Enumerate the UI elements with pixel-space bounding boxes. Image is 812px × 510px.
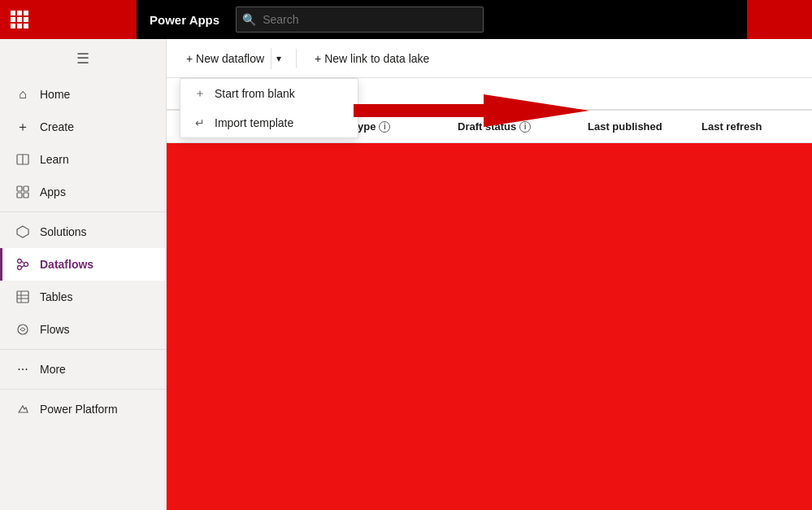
app-title: Power Apps	[150, 13, 219, 27]
solutions-icon	[15, 224, 30, 239]
new-dataflow-button[interactable]: + New dataflow	[180, 47, 271, 70]
new-link-label: + New link to data lake	[315, 52, 429, 65]
sidebar-divider	[0, 211, 166, 212]
svg-point-9	[18, 266, 22, 270]
svg-line-11	[22, 266, 24, 268]
tables-icon	[15, 290, 30, 304]
sidebar-item-learn[interactable]: Learn	[0, 143, 166, 176]
sidebar-item-label: Tables	[40, 290, 72, 303]
svg-point-8	[24, 263, 28, 267]
svg-point-7	[18, 259, 22, 264]
toolbar: + New dataflow ▾ + New link to data lake…	[167, 39, 812, 78]
svg-rect-4	[17, 193, 22, 198]
sidebar-item-flows[interactable]: Flows	[0, 313, 166, 346]
svg-line-10	[22, 261, 24, 264]
sidebar-item-dataflows[interactable]: Dataflows	[0, 248, 166, 281]
apps-icon	[15, 185, 30, 199]
dataflows-icon	[15, 257, 30, 272]
user-avatar[interactable]	[747, 0, 812, 39]
dropdown-menu: ＋ Start from blank ↵ Import template	[180, 78, 358, 138]
svg-marker-6	[17, 226, 28, 238]
sidebar: ☰ ⌂ Home ＋ Create Learn	[0, 39, 167, 510]
sidebar-item-more[interactable]: ··· More	[0, 353, 166, 386]
col-last-refresh: Last refresh	[701, 120, 799, 133]
hamburger-button[interactable]: ☰	[0, 39, 166, 78]
flows-icon	[15, 322, 30, 337]
more-icon: ···	[15, 362, 30, 377]
start-blank-icon: ＋	[193, 87, 206, 100]
sidebar-item-apps[interactable]: Apps	[0, 176, 166, 208]
learn-icon	[15, 152, 30, 167]
sidebar-item-power-platform[interactable]: Power Platform	[0, 393, 166, 425]
sidebar-item-label: Power Platform	[40, 403, 118, 416]
sidebar-divider-3	[0, 389, 166, 390]
waffle-logo[interactable]	[0, 0, 39, 39]
search-input[interactable]	[236, 7, 483, 33]
svg-rect-12	[17, 291, 28, 303]
sidebar-item-label: Create	[40, 120, 74, 133]
main-layout: ☰ ⌂ Home ＋ Create Learn	[0, 39, 812, 510]
col-draft-status: Draft status i	[458, 120, 588, 133]
sidebar-item-label: Home	[40, 88, 70, 101]
dropdown-start-blank[interactable]: ＋ Start from blank	[180, 79, 358, 108]
dropdown-item-label: Start from blank	[215, 87, 295, 100]
sidebar-divider-2	[0, 349, 166, 350]
sidebar-item-label: More	[40, 363, 66, 376]
create-icon: ＋	[15, 120, 30, 134]
new-dataflow-split-button[interactable]: + New dataflow ▾	[180, 47, 286, 70]
import-template-icon: ↵	[193, 116, 206, 129]
svg-rect-5	[24, 193, 28, 198]
sidebar-item-label: Flows	[40, 323, 70, 336]
sidebar-item-label: Dataflows	[40, 258, 93, 271]
sidebar-item-solutions[interactable]: Solutions	[0, 216, 166, 248]
sidebar-item-label: Solutions	[40, 225, 87, 238]
sidebar-item-label: Apps	[40, 185, 66, 198]
dropdown-import-template[interactable]: ↵ Import template	[180, 108, 358, 137]
svg-rect-2	[17, 186, 22, 191]
sidebar-item-create[interactable]: ＋ Create	[0, 111, 166, 143]
brand-logo	[39, 0, 137, 39]
top-bar: Power Apps 🔍	[0, 0, 812, 39]
sidebar-item-home[interactable]: ⌂ Home	[0, 78, 166, 111]
dropdown-item-label: Import template	[215, 116, 293, 129]
search-icon: 🔍	[242, 13, 256, 26]
toolbar-separator	[296, 49, 297, 68]
red-content-area	[167, 143, 812, 510]
waffle-icon	[11, 11, 28, 28]
new-dataflow-caret[interactable]: ▾	[271, 48, 286, 69]
svg-rect-3	[24, 186, 28, 191]
new-link-button[interactable]: + New link to data lake	[306, 47, 437, 70]
content-area: + New dataflow ▾ + New link to data lake…	[167, 39, 812, 510]
new-dataflow-label: + New dataflow	[186, 52, 264, 65]
draft-info-icon[interactable]: i	[519, 121, 531, 133]
sidebar-item-label: Learn	[40, 153, 69, 166]
home-icon: ⌂	[15, 87, 30, 102]
type-info-icon[interactable]: i	[379, 121, 390, 133]
power-platform-icon	[15, 402, 30, 416]
col-last-published: Last published	[588, 120, 701, 133]
svg-point-16	[18, 325, 28, 334]
search-bar[interactable]: 🔍	[236, 7, 483, 33]
col-type: Type i	[352, 120, 458, 133]
sidebar-item-tables[interactable]: Tables	[0, 281, 166, 313]
